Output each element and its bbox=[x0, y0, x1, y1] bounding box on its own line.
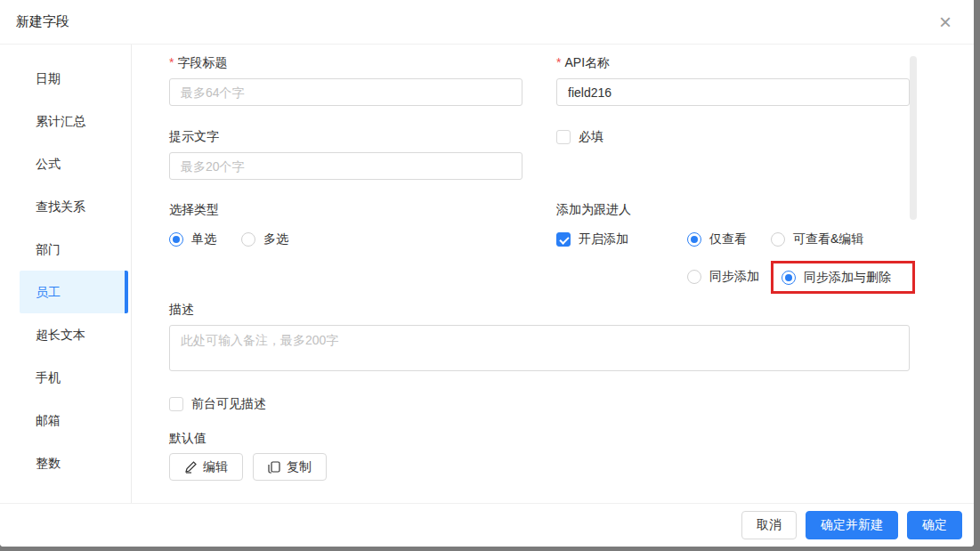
close-icon[interactable]: × bbox=[939, 12, 952, 33]
copy-icon bbox=[268, 461, 280, 474]
front-visible-checkbox[interactable] bbox=[169, 397, 183, 411]
sidebar-item-rollup[interactable]: 累计汇总 bbox=[20, 100, 128, 142]
front-visible-row: 前台可见描述 bbox=[169, 396, 266, 412]
radio-view-only-label: 仅查看 bbox=[709, 231, 747, 247]
api-name-label: *API名称 bbox=[556, 55, 610, 71]
radio-sync-add-delete-label: 同步添加与删除 bbox=[804, 270, 891, 286]
sidebar-item-longtext[interactable]: 超长文本 bbox=[20, 313, 128, 356]
sidebar-item-department[interactable]: 部门 bbox=[20, 228, 128, 271]
pencil-icon bbox=[184, 461, 197, 474]
hint-text-input[interactable] bbox=[169, 152, 522, 180]
sidebar-item-employee[interactable]: 员工 bbox=[20, 271, 128, 313]
radio-single-select-label: 单选 bbox=[191, 231, 216, 247]
required-checkbox-label: 必填 bbox=[579, 129, 603, 145]
radio-single-select[interactable] bbox=[169, 232, 183, 247]
radio-multi-select[interactable] bbox=[241, 232, 255, 247]
field-title-label: *字段标题 bbox=[169, 55, 227, 71]
enable-add-checkbox[interactable] bbox=[556, 232, 571, 247]
confirm-and-new-button[interactable]: 确定并新建 bbox=[806, 511, 898, 539]
sidebar-item-date[interactable]: 日期 bbox=[20, 57, 128, 100]
edit-button[interactable]: 编辑 bbox=[169, 453, 243, 481]
dialog-footer: 取消 确定并新建 确定 bbox=[0, 503, 974, 547]
radio-view-and-edit-label: 可查看&编辑 bbox=[793, 231, 863, 247]
description-label: 描述 bbox=[169, 302, 194, 318]
enable-add-checkbox-label: 开启添加 bbox=[579, 231, 628, 247]
sidebar-item-phone[interactable]: 手机 bbox=[20, 356, 128, 399]
follower-label: 添加为跟进人 bbox=[556, 202, 631, 218]
copy-button[interactable]: 复制 bbox=[253, 453, 327, 481]
select-type-options: 单选 多选 bbox=[169, 231, 288, 247]
red-highlight-box: 同步添加与删除 bbox=[771, 261, 915, 294]
form-content: *字段标题 *API名称 提示文字 必填 选择类型 单选 多选 bbox=[132, 45, 974, 503]
follower-enable-row: 开启添加 bbox=[556, 231, 628, 247]
dialog-body: 日期 累计汇总 公式 查找关系 部门 员工 超长文本 手机 邮箱 整数 *字段标… bbox=[0, 45, 974, 503]
vertical-scrollbar-thumb[interactable] bbox=[910, 56, 917, 220]
hint-text-label: 提示文字 bbox=[169, 129, 219, 145]
select-type-label: 选择类型 bbox=[169, 202, 219, 218]
radio-sync-add-delete[interactable] bbox=[782, 271, 796, 285]
required-mark: * bbox=[556, 55, 561, 69]
sidebar-item-integer[interactable]: 整数 bbox=[20, 442, 128, 484]
required-checkbox-row: 必填 bbox=[556, 129, 603, 145]
radio-view-only[interactable] bbox=[687, 232, 701, 247]
new-field-dialog: 新建字段 × 日期 累计汇总 公式 查找关系 部门 员工 超长文本 手机 邮箱 … bbox=[0, 0, 974, 547]
front-visible-checkbox-label: 前台可见描述 bbox=[191, 396, 266, 412]
description-textarea[interactable] bbox=[169, 325, 910, 371]
radio-sync-add[interactable] bbox=[687, 270, 701, 284]
radio-view-and-edit[interactable] bbox=[771, 232, 785, 247]
sidebar-item-email[interactable]: 邮箱 bbox=[20, 399, 128, 442]
required-mark: * bbox=[169, 55, 174, 69]
radio-sync-add-label: 同步添加 bbox=[709, 269, 759, 285]
confirm-button[interactable]: 确定 bbox=[907, 511, 962, 539]
edit-button-label: 编辑 bbox=[203, 459, 228, 475]
field-title-input[interactable] bbox=[169, 78, 522, 106]
sidebar-item-formula[interactable]: 公式 bbox=[20, 142, 128, 185]
required-checkbox[interactable] bbox=[556, 130, 571, 144]
cancel-button[interactable]: 取消 bbox=[741, 511, 797, 539]
follower-view-options: 仅查看 可查看&编辑 bbox=[687, 231, 863, 247]
follower-sync-add-row: 同步添加 bbox=[687, 269, 759, 285]
default-value-label: 默认值 bbox=[169, 431, 207, 447]
api-name-input[interactable] bbox=[556, 78, 910, 106]
sidebar-item-lookup[interactable]: 查找关系 bbox=[20, 185, 128, 228]
dialog-title: 新建字段 bbox=[16, 13, 69, 30]
dialog-header: 新建字段 × bbox=[0, 0, 974, 45]
copy-button-label: 复制 bbox=[287, 459, 312, 475]
radio-multi-select-label: 多选 bbox=[263, 231, 288, 247]
field-type-sidebar: 日期 累计汇总 公式 查找关系 部门 员工 超长文本 手机 邮箱 整数 bbox=[0, 45, 132, 503]
